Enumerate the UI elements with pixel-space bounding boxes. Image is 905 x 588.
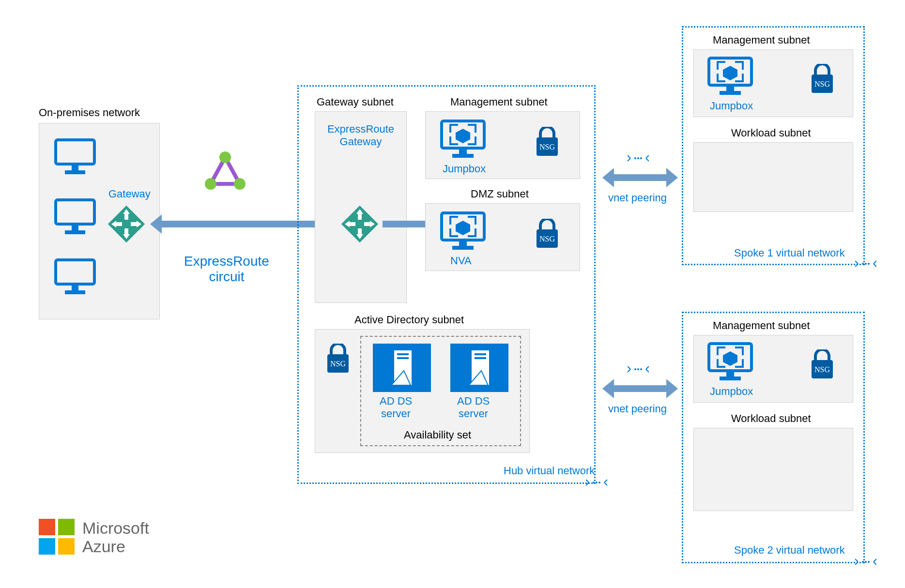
gateway-label: Gateway (108, 188, 151, 200)
svg-point-22 (598, 482, 600, 483)
svg-point-53 (637, 157, 639, 159)
ad-ds-server-icon (450, 344, 508, 394)
svg-rect-78 (39, 538, 55, 555)
hub-vnet-label: Hub virtual network (504, 465, 595, 477)
svg-rect-7 (72, 286, 78, 290)
vnet-peering-icon (855, 557, 876, 569)
svg-text:NSG: NSG (539, 143, 555, 151)
svg-rect-56 (726, 86, 734, 91)
svg-point-73 (862, 561, 864, 563)
svg-rect-35 (459, 241, 467, 246)
svg-rect-0 (56, 140, 94, 164)
spoke2-mgmt-label: Management subnet (713, 319, 810, 332)
svg-rect-13 (131, 222, 138, 226)
vnet-peering-label-1: vnet peering (608, 192, 667, 204)
availability-set-label: Availability set (404, 429, 471, 441)
spoke2-workload-label: Workload subnet (731, 412, 811, 425)
mesh-triangle-icon (203, 150, 247, 196)
svg-point-20 (593, 482, 595, 483)
peering-arrow-1 (614, 174, 666, 181)
microsoft-logo-icon (39, 519, 76, 558)
ad-ds-server-icon (373, 344, 431, 394)
svg-rect-30 (452, 154, 474, 158)
vnet-peering-label-2: vnet peering (608, 403, 667, 415)
azure-text: Azure (82, 537, 125, 556)
svg-rect-2 (65, 170, 85, 174)
nva-icon (439, 210, 487, 256)
hub-mgmt-label: Management subnet (450, 96, 548, 108)
svg-point-52 (634, 157, 636, 159)
svg-rect-76 (39, 519, 55, 535)
lock-icon: NSG (809, 349, 836, 382)
svg-marker-58 (723, 66, 737, 80)
svg-rect-6 (56, 260, 94, 284)
svg-rect-10 (124, 213, 128, 220)
svg-point-62 (865, 263, 867, 265)
svg-rect-68 (726, 372, 734, 377)
svg-rect-77 (58, 519, 75, 535)
svg-rect-26 (349, 222, 355, 226)
gateway-subnet-label: Gateway subnet (317, 96, 394, 108)
svg-point-19 (234, 178, 245, 190)
svg-rect-12 (115, 222, 122, 226)
svg-point-17 (219, 151, 231, 163)
svg-rect-24 (358, 213, 362, 220)
monitor-icon (53, 257, 97, 298)
monitor-icon (53, 197, 97, 238)
svg-point-75 (868, 561, 870, 563)
spoke2-label: Spoke 2 virtual network (734, 544, 845, 557)
jumpbox-icon (439, 118, 487, 164)
svg-rect-44 (397, 353, 409, 355)
ad-subnet-label: Active Directory subnet (354, 314, 464, 326)
svg-rect-8 (65, 290, 85, 294)
svg-rect-11 (124, 228, 128, 235)
svg-rect-69 (720, 377, 741, 380)
spoke1-workload-box (693, 142, 853, 212)
hub-jumpbox-label: Jumpbox (443, 163, 486, 175)
spoke2-workload-box (693, 428, 853, 511)
spoke1-jumpbox-label: Jumpbox (710, 100, 753, 112)
lock-icon: NSG (809, 64, 836, 97)
svg-point-61 (862, 263, 864, 265)
svg-text:NSG: NSG (539, 235, 555, 243)
spoke1-workload-label: Workload subnet (731, 127, 811, 139)
svg-rect-29 (459, 149, 467, 154)
vnet-peering-icon (586, 477, 607, 490)
svg-marker-37 (456, 221, 470, 235)
spoke1-label: Spoke 1 virtual network (734, 247, 845, 259)
lock-icon: NSG (324, 344, 352, 377)
svg-rect-45 (397, 357, 409, 359)
svg-point-18 (205, 178, 216, 190)
svg-rect-36 (452, 246, 474, 250)
microsoft-text: Microsoft (82, 519, 149, 538)
nva-label: NVA (450, 255, 472, 267)
svg-rect-79 (58, 538, 75, 555)
svg-rect-57 (720, 91, 741, 95)
vnet-peering-icon (628, 364, 649, 377)
svg-rect-50 (475, 357, 486, 359)
vnet-peering-icon (855, 258, 876, 271)
gateway-icon (105, 202, 148, 248)
jumpbox-icon (706, 55, 754, 101)
expressroute-circuit-label: ExpressRoute circuit (184, 254, 269, 285)
svg-point-65 (637, 368, 639, 370)
monitor-icon (53, 137, 97, 178)
dmz-label: DMZ subnet (471, 188, 529, 200)
svg-point-64 (634, 368, 636, 370)
onprem-title: On-premises network (39, 106, 140, 119)
spoke1-mgmt-label: Management subnet (713, 34, 810, 46)
gateway-hub-icon (338, 202, 382, 248)
svg-text:NSG: NSG (814, 365, 830, 374)
svg-rect-5 (65, 230, 85, 234)
svg-rect-27 (364, 222, 371, 226)
hub-to-dmz-arrow (383, 221, 429, 227)
spoke2-jumpbox-label: Jumpbox (710, 385, 753, 398)
svg-text:NSG: NSG (330, 360, 346, 368)
jumpbox-icon (706, 341, 754, 386)
ad-ds-1-label: AD DS server (380, 395, 412, 420)
expressroute-gateway-label: ExpressRoute Gateway (320, 123, 402, 148)
svg-rect-4 (72, 226, 78, 230)
vnet-peering-icon (628, 153, 649, 166)
svg-point-74 (865, 561, 867, 563)
lock-icon: NSG (534, 219, 561, 252)
